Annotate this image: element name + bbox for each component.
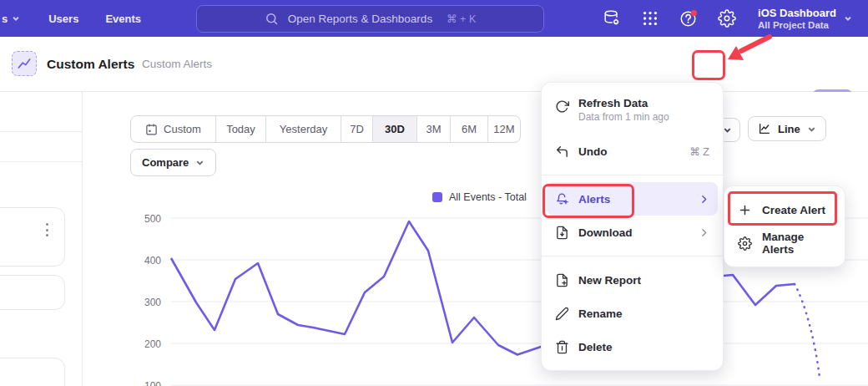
project-scope: All Project Data [758, 19, 836, 31]
date-range-control: Custom Today Yesterday 7D 30D 3M 6M 12M [130, 115, 521, 143]
undo-icon [555, 145, 569, 159]
menu-item-label: Download [578, 226, 633, 239]
range-custom[interactable]: Custom [131, 116, 215, 142]
menu-item-label: Refresh Data [578, 97, 669, 109]
left-sidebar [0, 92, 83, 386]
menu-item-undo[interactable]: Undo ⌘ Z [547, 135, 718, 168]
nav-item-partial-label: s [2, 13, 8, 25]
report-type-icon [12, 51, 37, 76]
help-icon[interactable] [679, 9, 698, 28]
nav-item-partial[interactable]: s [2, 13, 20, 25]
top-navbar: s Users Events Open Reports & Dashboards… [0, 0, 868, 37]
sidebar-divider [0, 161, 83, 162]
menu-divider [542, 175, 723, 175]
notification-dot [691, 10, 697, 16]
delete-trash-icon [555, 340, 569, 354]
report-header: ‹ Custom Alerts Custom Alerts GV Duplica… [0, 37, 868, 92]
kebab-menu-icon[interactable] [43, 220, 52, 240]
page-title: Custom Alerts [47, 57, 134, 72]
submenu-item-create-alert[interactable]: Create Alert [729, 193, 840, 226]
chevron-down-icon [12, 14, 20, 23]
nav-item-events[interactable]: Events [105, 13, 141, 25]
menu-item-delete[interactable]: Delete [547, 330, 718, 363]
sidebar-card[interactable] [0, 275, 65, 310]
breadcrumb: Custom Alerts [142, 58, 212, 70]
menu-item-sublabel: Data from 1 min ago [578, 111, 669, 123]
chevron-right-icon [699, 227, 709, 238]
search-input[interactable]: Open Reports & Dashboards ⌘ + K [196, 5, 544, 33]
alerts-bell-icon [555, 192, 569, 206]
legend-swatch [432, 192, 442, 202]
svg-text:500: 500 [144, 213, 161, 225]
alerts-submenu: Create Alert Manage Alerts [724, 185, 845, 267]
search-shortcut: ⌘ + K [447, 13, 476, 25]
plus-icon [738, 203, 752, 217]
menu-item-rename[interactable]: Rename [547, 297, 718, 330]
menu-item-shortcut: ⌘ Z [689, 145, 709, 158]
project-selector[interactable]: iOS Dashboard All Project Data [758, 7, 852, 31]
chevron-down-icon [844, 14, 852, 23]
line-chart-icon [758, 122, 771, 135]
legend-label: All Events - Total [449, 191, 527, 203]
download-icon [555, 226, 569, 240]
chevron-right-icon [699, 194, 709, 205]
svg-text:100: 100 [144, 380, 161, 386]
new-report-icon [555, 273, 569, 287]
menu-item-label: New Report [578, 274, 641, 287]
submenu-item-manage-alerts[interactable]: Manage Alerts [729, 226, 840, 260]
sidebar-card[interactable] [0, 358, 65, 386]
search-icon [265, 12, 279, 26]
legend-item[interactable]: All Events - Total [432, 191, 527, 203]
chevron-down-icon [723, 125, 732, 135]
range-12m[interactable]: 12M [487, 116, 520, 142]
menu-item-download[interactable]: Download [547, 216, 718, 249]
svg-text:400: 400 [144, 255, 161, 267]
range-7d[interactable]: 7D [341, 116, 372, 142]
apps-grid-icon[interactable] [641, 9, 659, 28]
project-name: iOS Dashboard [758, 7, 836, 19]
chart-type-dropdown[interactable]: Line [748, 116, 826, 141]
menu-item-label: Delete [578, 341, 613, 353]
gear-icon [738, 236, 752, 251]
search-placeholder: Open Reports & Dashboards [288, 13, 432, 25]
menu-item-label: Alerts [578, 193, 610, 206]
chevron-down-icon [807, 124, 816, 134]
compare-button[interactable]: Compare [130, 149, 216, 176]
menu-item-refresh-data[interactable]: Refresh Data Data from 1 min ago [547, 93, 718, 135]
range-30d[interactable]: 30D [372, 116, 416, 142]
calendar-icon [145, 123, 158, 135]
sidebar-divider [0, 131, 83, 132]
settings-gear-icon[interactable] [718, 9, 736, 28]
menu-item-label: Undo [578, 145, 608, 158]
refresh-icon [555, 99, 569, 114]
sidebar-card[interactable] [0, 207, 65, 267]
report-context-menu: Refresh Data Data from 1 min ago Undo ⌘ … [541, 82, 724, 371]
range-6m[interactable]: 6M [450, 116, 487, 142]
menu-item-label: Create Alert [762, 204, 825, 216]
chevron-down-icon [195, 158, 204, 167]
svg-text:300: 300 [144, 297, 161, 308]
range-today[interactable]: Today [215, 116, 265, 142]
rename-pencil-icon [555, 307, 569, 321]
menu-item-new-report[interactable]: New Report [547, 263, 718, 297]
svg-text:200: 200 [144, 338, 161, 350]
range-yesterday[interactable]: Yesterday [265, 116, 341, 142]
menu-divider [542, 256, 723, 256]
range-3m[interactable]: 3M [416, 116, 450, 142]
navbar-icon-group [603, 9, 736, 28]
menu-item-label: Rename [578, 307, 623, 320]
menu-item-label: Manage Alerts [762, 231, 831, 256]
menu-item-alerts[interactable]: Alerts [547, 182, 718, 216]
nav-item-users[interactable]: Users [48, 13, 78, 25]
data-management-icon[interactable] [603, 9, 621, 28]
